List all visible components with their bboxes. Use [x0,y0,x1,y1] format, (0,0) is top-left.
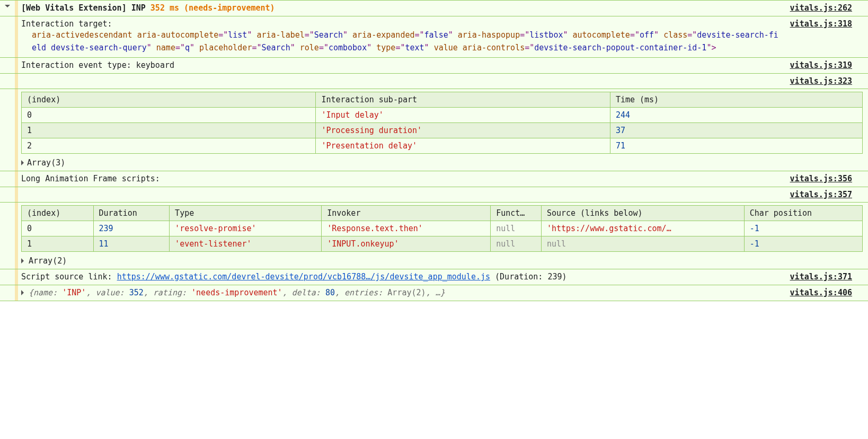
cell-index: 1 [22,123,316,138]
scripts-table: (index)DurationTypeInvokerFunct…Source (… [21,205,863,252]
cell-function: null [491,221,542,236]
cell-charpos: -1 [744,236,862,252]
script-source-prefix: Script source link: [21,272,117,282]
cell-source: null [541,236,744,252]
console-message-summary[interactable]: [Web Vitals Extension] INP 352 ms (needs… [0,0,868,16]
console-message-laf-scripts: Long Animation Frame scripts: vitals.js:… [0,171,868,187]
table-header[interactable]: Duration [93,206,170,221]
cell-type: 'resolve-promise' [170,221,322,236]
cell-source: 'https://www.gstatic.com/… [541,221,744,236]
console-table-header-source: vitals.js:323 [0,74,868,89]
array-label: Array(3) [27,158,65,168]
interaction-target-label: Interaction target: [21,19,781,29]
chevron-right-icon [21,258,26,264]
log-level-marker [15,74,18,89]
table-row: 111'event-listener''INPUT.onkeyup'nullnu… [22,236,863,252]
chevron-down-icon [5,5,10,10]
log-level-marker [15,187,18,202]
array-label: Array(2) [29,256,67,266]
source-link[interactable]: vitals.js:356 [784,171,868,186]
cell-index: 1 [22,236,94,252]
cell-function: null [491,236,542,252]
console-message-object[interactable]: {name: 'INP', value: 352, rating: 'needs… [0,285,868,301]
cell-type: 'event-listener' [170,236,322,252]
console-message-interaction-target: Interaction target: aria-activedescendan… [0,16,868,58]
interaction-event-type: Interaction event type: keyboard [21,60,174,70]
table-row: 2'Presentation delay'71 [22,138,863,154]
cell-duration: 11 [93,236,170,252]
array-disclosure[interactable]: Array(2) [21,254,67,266]
table-header[interactable]: Source (links below) [541,206,744,221]
table-row: 1'Processing duration'37 [22,123,863,138]
cell-index: 0 [22,221,94,236]
object-preview: {name: 'INP', value: 352, rating: 'needs… [29,288,445,297]
source-link[interactable]: vitals.js:406 [784,285,868,300]
console-message-script-source: Script source link: https://www.gstatic.… [0,269,868,285]
object-disclosure[interactable]: {name: 'INP', value: 352, rating: 'needs… [21,288,445,297]
cell-time: 244 [610,108,862,123]
console-message-event-type: Interaction event type: keyboard vitals.… [0,58,868,74]
cell-subpart: 'Presentation delay' [316,138,610,154]
element-preview[interactable]: aria-activedescendant aria-autocomplete=… [21,29,781,54]
cell-charpos: -1 [744,221,862,236]
table-header[interactable]: (index) [22,206,94,221]
table-header[interactable]: Funct… [491,206,542,221]
console-table-scripts: (index)DurationTypeInvokerFunct…Source (… [0,203,868,269]
source-link[interactable]: vitals.js:319 [784,58,868,73]
table-row: 0'Input delay'244 [22,108,863,123]
table-header[interactable]: Type [170,206,322,221]
source-link[interactable]: vitals.js:262 [784,1,868,15]
source-link[interactable]: vitals.js:357 [784,187,868,202]
table-row: 0239'resolve-promise''Response.text.then… [22,221,863,236]
console-table-interaction-parts: (index) Interaction sub-part Time (ms) 0… [0,89,868,171]
cell-subpart: 'Input delay' [316,108,610,123]
console-table-header-source: vitals.js:357 [0,187,868,203]
source-link[interactable]: vitals.js:371 [784,269,868,284]
disclosure-toggle[interactable] [0,1,15,16]
cell-time: 71 [610,138,862,154]
chevron-right-icon [21,160,26,165]
cell-subpart: 'Processing duration' [316,123,610,138]
inp-value: 352 ms (needs-improvement) [150,3,275,13]
cell-duration: 239 [93,221,170,236]
laf-scripts-label: Long Animation Frame scripts: [21,174,160,183]
cell-invoker: 'INPUT.onkeyup' [322,236,491,252]
interaction-sub-part-table: (index) Interaction sub-part Time (ms) 0… [21,92,863,154]
array-disclosure[interactable]: Array(3) [21,156,65,168]
source-link[interactable]: vitals.js:318 [784,16,868,31]
log-prefix: [Web Vitals Extension] INP [21,3,146,13]
table-header-index[interactable]: (index) [22,92,316,108]
cell-index: 0 [22,108,316,123]
table-header-time[interactable]: Time (ms) [610,92,862,108]
source-link[interactable]: vitals.js:323 [784,74,868,89]
chevron-right-icon [21,290,26,295]
cell-index: 2 [22,138,316,154]
table-header[interactable]: Invoker [322,206,491,221]
script-source-link[interactable]: https://www.gstatic.com/devrel-devsite/p… [117,272,490,282]
table-header[interactable]: Char position [744,206,862,221]
script-source-suffix: (Duration: 239) [490,272,567,282]
cell-time: 37 [610,123,862,138]
table-header-subpart[interactable]: Interaction sub-part [316,92,610,108]
cell-invoker: 'Response.text.then' [322,221,491,236]
